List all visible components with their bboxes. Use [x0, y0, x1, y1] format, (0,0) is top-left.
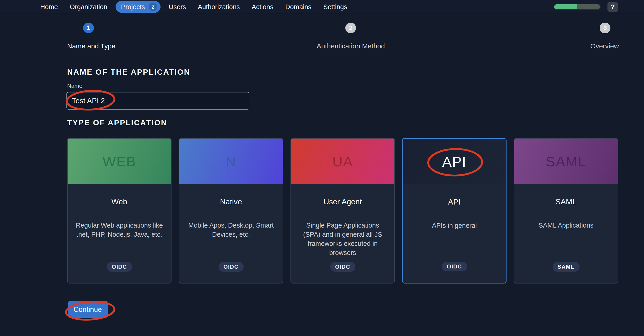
- application-name-input[interactable]: [66, 92, 250, 110]
- app-type-card-api-title: API: [403, 197, 506, 206]
- usage-progress-fill: [554, 4, 577, 9]
- stepper-line-segment-1: [94, 28, 344, 28]
- app-type-card-web-protocol-badge: OIDC: [107, 262, 132, 272]
- app-type-card-api-protocol-badge: OIDC: [442, 262, 467, 271]
- step-circle-3: 3: [600, 22, 610, 33]
- app-type-card-web-title: Web: [68, 197, 171, 206]
- app-type-card-saml-header: SAML: [514, 139, 618, 184]
- app-type-card-web-header: WEB: [68, 139, 171, 184]
- app-type-card-api-header: API: [403, 139, 506, 184]
- app-type-card-native-header: N: [179, 139, 283, 184]
- app-type-card-native-protocol-badge: OIDC: [218, 262, 244, 272]
- stepper-line-segment-2: [358, 28, 598, 28]
- app-type-card-saml-protocol-badge: SAML: [553, 262, 580, 272]
- app-type-card-user-agent-title: User Agent: [291, 197, 394, 206]
- app-type-card-saml[interactable]: SAML SAML SAML Applications SAML: [514, 138, 618, 284]
- app-type-card-saml-title: SAML: [514, 197, 618, 206]
- name-field-label: Name: [67, 83, 82, 89]
- nav-item-settings[interactable]: Settings: [318, 3, 353, 11]
- app-type-card-native-description: Mobile Apps, Desktop, Smart Devices, etc…: [179, 221, 283, 239]
- app-type-card-api-header-text: API: [442, 154, 466, 170]
- usage-progress-bar: [554, 4, 600, 10]
- app-type-card-user-agent-header: UA: [291, 139, 394, 184]
- help-button[interactable]: ?: [608, 1, 618, 12]
- app-type-card-native-header-text: N: [226, 153, 236, 170]
- nav-item-domains[interactable]: Domains: [279, 3, 317, 11]
- app-type-cards-row: WEB Web Regular Web applications like .n…: [67, 138, 618, 284]
- nav-item-users[interactable]: Users: [163, 3, 192, 11]
- app-type-card-saml-header-text: SAML: [546, 153, 586, 170]
- app-type-card-user-agent-description: Single Page Applications (SPA) and in ge…: [291, 221, 394, 257]
- type-section-heading: TYPE OF APPLICATION: [67, 118, 168, 127]
- nav-item-actions[interactable]: Actions: [246, 3, 279, 11]
- app-type-card-api[interactable]: API API APIs in general OIDC: [402, 138, 506, 284]
- projects-count-badge: 2: [149, 2, 157, 11]
- app-type-card-user-agent-protocol-badge: OIDC: [330, 262, 355, 272]
- app-type-card-api-description: APIs in general: [403, 221, 506, 230]
- app-type-card-saml-description: SAML Applications: [514, 221, 618, 230]
- step-circle-2: 2: [345, 22, 356, 33]
- step-label-overview: Overview: [590, 42, 619, 50]
- continue-button[interactable]: Continue: [68, 301, 108, 318]
- app-type-card-web[interactable]: WEB Web Regular Web applications like .n…: [67, 138, 172, 284]
- step-label-name-and-type: Name and Type: [67, 42, 115, 50]
- nav-item-organization[interactable]: Organization: [64, 3, 113, 11]
- name-section-heading: NAME OF THE APPLICATION: [67, 67, 190, 76]
- nav-item-projects-label: Projects: [121, 3, 145, 11]
- nav-item-home[interactable]: Home: [34, 3, 64, 11]
- app-type-card-user-agent[interactable]: UA User Agent Single Page Applications (…: [290, 138, 395, 284]
- app-type-card-native-title: Native: [179, 197, 283, 206]
- step-circle-1: 1: [83, 22, 94, 33]
- app-type-card-web-description: Regular Web applications like .net, PHP,…: [68, 221, 171, 239]
- step-label-authentication-method: Authentication Method: [317, 42, 385, 50]
- nav-items-group: Home Organization Projects 2 Users Autho…: [34, 1, 353, 13]
- nav-item-authorizations[interactable]: Authorizations: [192, 3, 246, 11]
- nav-right-group: ?: [554, 1, 618, 12]
- app-type-card-native[interactable]: N Native Mobile Apps, Desktop, Smart Dev…: [179, 138, 283, 284]
- app-type-card-user-agent-header-text: UA: [332, 153, 353, 170]
- nav-item-projects[interactable]: Projects 2: [116, 1, 160, 13]
- top-navigation-bar: Home Organization Projects 2 Users Autho…: [0, 0, 644, 14]
- app-type-card-web-header-text: WEB: [102, 153, 136, 170]
